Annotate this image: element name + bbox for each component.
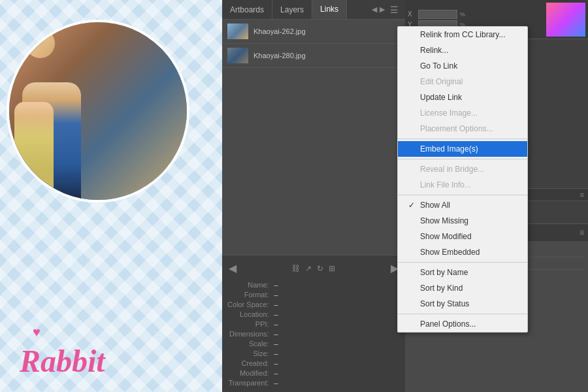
separator-5 (398, 314, 527, 314)
info-grid: Name: – Format: – Color Space: – Locatio… (227, 281, 400, 387)
menu-item-sort-kind[interactable]: Sort by Kind (398, 280, 527, 296)
menu-item-reveal-bridge: Reveal in Bridge... (398, 161, 527, 177)
location-value: – (274, 310, 400, 318)
link-name-2: Khaoyai-280.jpg (253, 52, 306, 59)
panel-arrow-left[interactable]: ◀ (372, 5, 377, 14)
appearance-menu[interactable]: ≡ (576, 224, 588, 241)
colorspace-value: – (274, 301, 400, 308)
size-label: Size: (227, 350, 269, 357)
menu-item-license-image: License Image... (398, 105, 527, 121)
modified-value: – (274, 369, 400, 377)
menu-item-show-missing[interactable]: Show Missing (398, 213, 527, 229)
check-show-all: ✓ (408, 201, 417, 210)
dimensions-value: – (274, 330, 400, 338)
menu-item-embed-images[interactable]: Embed Image(s) (398, 141, 527, 157)
menu-item-relink-cc[interactable]: Relink from CC Library... (398, 27, 527, 42)
info-icons: ⛓ ↗ ↻ ⊞ (292, 264, 335, 273)
layers-tab[interactable]: Layers (272, 0, 312, 19)
colorspace-label: Color Space: (227, 301, 269, 308)
artboards-tab[interactable]: Artboards (222, 0, 272, 19)
panel-extras: ◀ ▶ ☰ (368, 0, 405, 19)
separator-3 (398, 195, 527, 195)
relink-icon[interactable]: ⛓ (292, 264, 300, 273)
info-nav: ◀ ⛓ ↗ ↻ ⊞ ▶ (227, 261, 400, 276)
links-panel: Artboards Layers Links ◀ ▶ ☰ Khaoyai-262… (222, 0, 405, 392)
nav-arrow-left[interactable]: ◀ (229, 262, 237, 274)
created-label: Created: (227, 359, 269, 367)
size-value: – (274, 350, 400, 357)
modified-label: Modified: (227, 369, 269, 377)
link-thumbnail-1 (227, 24, 248, 39)
separator-2 (398, 159, 527, 159)
scale-value: – (274, 340, 400, 348)
panel-tabs: Artboards Layers Links ◀ ▶ ☰ (222, 0, 405, 20)
menu-item-relink[interactable]: Relink... (398, 42, 527, 58)
link-item-1[interactable]: Khaoyai-262.jpg (222, 20, 405, 44)
color-thumbnail (546, 3, 585, 37)
menu-item-link-file-info: Link File Info... (398, 177, 527, 193)
context-menu: Relink from CC Library... Relink... Go T… (397, 26, 528, 333)
created-value: – (274, 359, 400, 367)
name-label: Name: (227, 281, 269, 289)
panel-arrow-right[interactable]: ▶ (380, 5, 385, 14)
goto-link-icon[interactable]: ↗ (305, 264, 312, 273)
menu-item-panel-options[interactable]: Panel Options... (398, 316, 527, 332)
menu-item-update-link[interactable]: Update Link (398, 90, 527, 105)
separator-4 (398, 262, 527, 263)
menu-item-show-all[interactable]: ✓ Show All (398, 197, 527, 213)
dimensions-label: Dimensions: (227, 330, 269, 338)
format-label: Format: (227, 291, 269, 299)
transparent-value: – (274, 379, 400, 387)
link-item-2[interactable]: Khaoyai-280.jpg (222, 44, 405, 68)
embed-icon[interactable]: ⊞ (329, 264, 335, 273)
menu-item-sort-name[interactable]: Sort by Name (398, 265, 527, 280)
links-tab[interactable]: Links (312, 0, 347, 19)
transparent-label: Transparent: (227, 379, 269, 387)
heart-icon: ♥ (33, 325, 41, 340)
ppi-label: PPI: (227, 320, 269, 328)
name-value: – (274, 281, 400, 289)
separator-1 (398, 139, 527, 139)
location-label: Location: (227, 310, 269, 318)
link-name-1: Khaoyai-262.jpg (253, 27, 306, 35)
x-label: X (408, 10, 416, 18)
ppi-value: – (274, 320, 400, 328)
profile-photo (7, 20, 189, 203)
update-icon[interactable]: ↻ (317, 264, 323, 273)
menu-item-go-to-link[interactable]: Go To Link (398, 58, 527, 74)
link-thumbnail-2 (227, 48, 248, 63)
format-value: – (274, 291, 400, 299)
x-unit: % (460, 11, 465, 18)
x-input[interactable] (418, 10, 457, 19)
menu-item-sort-status[interactable]: Sort by Status (398, 296, 527, 312)
panel-menu-button[interactable]: ☰ (387, 5, 401, 15)
menu-item-placement-options: Placement Options... (398, 121, 527, 137)
attributes-menu[interactable]: ≡ (580, 191, 584, 199)
scale-label: Scale: (227, 340, 269, 348)
rabbit-text: Rabbit (20, 343, 105, 379)
menu-item-edit-original: Edit Original (398, 74, 527, 90)
links-list: Khaoyai-262.jpg Khaoyai-280.jpg (222, 20, 405, 255)
menu-item-show-embedded[interactable]: Show Embedded (398, 244, 527, 260)
links-info: ◀ ⛓ ↗ ↻ ⊞ ▶ Name: – Format: – Color Spac… (222, 255, 405, 392)
menu-item-show-modified[interactable]: Show Modified (398, 229, 527, 244)
